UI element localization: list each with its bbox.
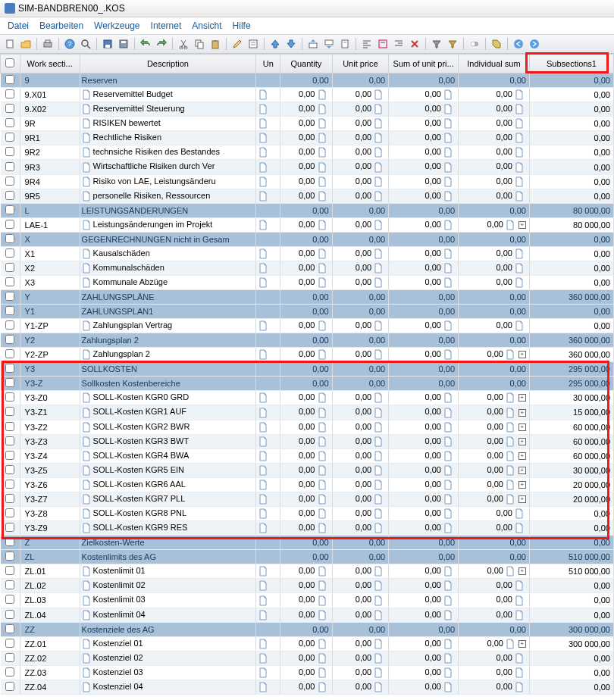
cell-qty[interactable]: 0,00 (280, 377, 332, 391)
cell-individual-sum[interactable]: 0,00 (459, 189, 530, 203)
cell-unit[interactable] (256, 174, 280, 189)
cell-code[interactable]: 9R (20, 117, 80, 131)
cell-subsections[interactable]: 60 000,00 (529, 448, 613, 463)
cell-unit[interactable] (256, 636, 280, 651)
cell-up[interactable]: 0,00 (332, 536, 389, 550)
cell-unit[interactable] (256, 145, 280, 160)
toolbar-search-icon[interactable] (79, 37, 92, 51)
cell-individual-sum[interactable]: 0,00 (459, 333, 530, 348)
cell-unit[interactable] (256, 117, 280, 131)
cell-code[interactable]: Y3-Z (20, 377, 80, 391)
cell-unit[interactable] (256, 391, 280, 405)
cell-subsections[interactable]: 295 000,00 (529, 377, 613, 391)
cell-individual-sum[interactable]: 0,00 (459, 521, 530, 536)
row-checkbox[interactable] (5, 566, 14, 575)
cell-sum[interactable]: 0,00 (389, 290, 459, 305)
cell-unit[interactable] (256, 665, 280, 680)
cell-up[interactable]: 0,00 (332, 550, 389, 564)
cell-up[interactable]: 0,00 (332, 333, 389, 348)
cell-description[interactable]: Risiko von LAE, Leistungsänderu (80, 174, 256, 189)
row-checkbox[interactable] (5, 292, 14, 301)
col-subsections1[interactable]: Subsections1 (529, 55, 613, 73)
row-checkbox[interactable] (5, 480, 14, 489)
col-quantity[interactable]: Quantity (280, 55, 332, 73)
cell-qty[interactable]: 0,00 (280, 145, 332, 160)
toolbar-delete-icon[interactable] (408, 37, 421, 51)
cell-qty[interactable]: 0,00 (280, 348, 332, 362)
table-row[interactable]: YZAHLUNGSPLÄNE0,000,000,000,00360 000,00 (1, 290, 614, 305)
cell-sum[interactable]: 0,00 (389, 174, 459, 189)
cell-individual-sum[interactable]: 0,00 (459, 145, 530, 160)
expand-icon[interactable]: + (518, 481, 526, 489)
cell-description[interactable]: Kostenziel 04 (80, 680, 256, 694)
cell-qty[interactable]: 0,00 (280, 521, 332, 536)
row-checkbox[interactable] (5, 639, 14, 648)
cell-sum[interactable]: 0,00 (389, 448, 459, 463)
cell-description[interactable]: Kommunale Abzüge (80, 276, 256, 290)
cell-unit[interactable] (256, 290, 280, 305)
cell-sum[interactable]: 0,00 (389, 88, 459, 102)
cell-subsections[interactable]: 0,00 (529, 593, 613, 608)
cell-subsections[interactable]: 0,00 (529, 102, 613, 117)
col-unit-price[interactable]: Unit price (332, 55, 389, 73)
cell-individual-sum[interactable]: 0,00 + (459, 564, 530, 579)
cell-sum[interactable]: 0,00 (389, 405, 459, 420)
table-row[interactable]: ZZ.02Kostenziel 020,00 0,00 0,00 0,00 0,… (1, 651, 614, 665)
cell-qty[interactable]: 0,00 (280, 261, 332, 275)
toolbar-tag-icon[interactable] (490, 37, 503, 51)
cell-up[interactable]: 0,00 (332, 189, 389, 203)
cell-code[interactable]: Y3-Z0 (20, 391, 80, 405)
expand-icon[interactable]: + (518, 467, 526, 474)
cell-description[interactable]: Kostenziele des AG (80, 622, 256, 636)
cell-code[interactable]: X3 (20, 276, 80, 290)
cell-individual-sum[interactable]: 0,00 + (459, 391, 530, 405)
table-row[interactable]: Y3-Z8SOLL-Kosten KGR8 PNL0,00 0,00 0,00 … (1, 507, 614, 521)
cell-description[interactable]: SOLL-Kosten KGR1 AUF (80, 405, 256, 420)
cell-qty[interactable]: 0,00 (280, 88, 332, 102)
cell-sum[interactable]: 0,00 (389, 477, 459, 492)
cell-sum[interactable]: 0,00 (389, 145, 459, 160)
table-row[interactable]: 9.X01Reservemittel Budget0,00 0,00 0,00 … (1, 88, 614, 102)
toolbar-up-icon[interactable] (268, 37, 282, 51)
cell-unit[interactable] (256, 131, 280, 145)
cell-code[interactable]: ZL (20, 550, 80, 564)
row-checkbox[interactable] (5, 580, 14, 589)
cell-description[interactable]: Reserven (80, 73, 256, 88)
cell-qty[interactable]: 0,00 (280, 160, 332, 174)
toolbar-cut-icon[interactable] (177, 37, 190, 51)
menu-werkzeuge[interactable]: Werkzeuge (94, 20, 139, 31)
cell-description[interactable]: Rechtliche Risiken (80, 131, 256, 145)
cell-unit[interactable] (256, 348, 280, 362)
cell-up[interactable]: 0,00 (332, 377, 389, 391)
cell-up[interactable]: 0,00 (332, 362, 389, 377)
toolbar-save-icon[interactable] (101, 37, 114, 51)
cell-up[interactable]: 0,00 (332, 564, 389, 579)
cell-description[interactable]: Kostenziel 01 (80, 636, 256, 651)
cell-code[interactable]: ZZ (20, 622, 80, 636)
cell-up[interactable]: 0,00 (332, 680, 389, 694)
table-row[interactable]: X2Kommunalschäden0,00 0,00 0,00 0,00 0,0… (1, 261, 614, 275)
table-row[interactable]: Y3-Z7SOLL-Kosten KGR7 PLL0,00 0,00 0,00 … (1, 492, 614, 506)
cell-unit[interactable] (256, 608, 280, 622)
cell-qty[interactable]: 0,00 (280, 73, 332, 88)
cell-code[interactable]: ZZ.02 (20, 651, 80, 665)
cell-sum[interactable]: 0,00 (389, 622, 459, 636)
cell-individual-sum[interactable]: 0,00 (459, 305, 530, 319)
cell-subsections[interactable]: 0,00 (529, 160, 613, 174)
row-checkbox[interactable] (5, 508, 14, 517)
cell-up[interactable]: 0,00 (332, 117, 389, 131)
cell-description[interactable]: Sollkosten Kostenbereiche (80, 377, 256, 391)
cell-description[interactable]: SOLL-Kosten KGR7 PLL (80, 492, 256, 506)
cell-individual-sum[interactable]: 0,00 (459, 507, 530, 521)
cell-up[interactable]: 0,00 (332, 160, 389, 174)
cell-code[interactable]: Y3-Z9 (20, 521, 80, 536)
row-checkbox[interactable] (5, 378, 14, 387)
cell-sum[interactable]: 0,00 (389, 203, 459, 217)
toolbar-help-icon[interactable]: ? (63, 37, 77, 51)
table-row[interactable]: ZL.02Kostenlimit 020,00 0,00 0,00 0,00 0… (1, 579, 614, 593)
cell-description[interactable]: GEGENRECHNUNGEN nicht in Gesam (80, 232, 256, 246)
expand-icon[interactable]: + (518, 221, 526, 229)
cell-description[interactable]: Zahlungsplan 2 (80, 333, 256, 348)
cell-unit[interactable] (256, 232, 280, 246)
cell-unit[interactable] (256, 536, 280, 550)
